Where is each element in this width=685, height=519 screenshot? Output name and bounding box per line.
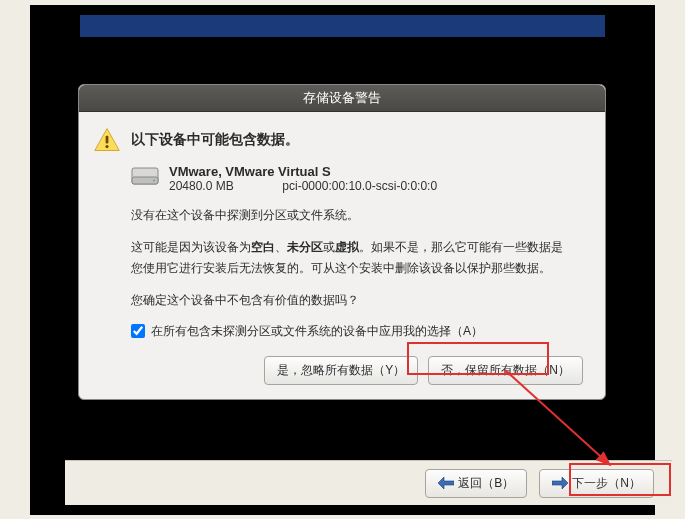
next-button[interactable]: 下一步（N） bbox=[539, 469, 654, 498]
device-path: pci-0000:00:10.0-scsi-0:0:0:0 bbox=[282, 179, 437, 193]
svg-point-4 bbox=[153, 180, 155, 182]
discard-data-button[interactable]: 是，忽略所有数据（Y） bbox=[264, 356, 418, 385]
para-explanation: 这可能是因为该设备为空白、未分区或虚拟。如果不是，那么它可能有一些数据是您使用它… bbox=[131, 237, 571, 278]
dialog-title: 存储设备警告 bbox=[79, 85, 605, 112]
next-label: 下一步（N） bbox=[572, 475, 641, 492]
device-size: 20480.0 MB bbox=[169, 179, 279, 193]
installer-banner bbox=[80, 15, 605, 37]
arrow-right-icon bbox=[552, 477, 568, 489]
keep-data-button[interactable]: 否，保留所有数据（N） bbox=[428, 356, 583, 385]
apply-all-checkbox[interactable] bbox=[131, 324, 145, 338]
device-entry: VMware, VMware Virtual S 20480.0 MB pci-… bbox=[131, 164, 587, 193]
para-confirm: 您确定这个设备中不包含有价值的数据吗？ bbox=[131, 290, 571, 310]
back-label: 返回（B） bbox=[458, 475, 514, 492]
para-not-detected: 没有在这个设备中探测到分区或文件系统。 bbox=[131, 205, 571, 225]
svg-rect-0 bbox=[106, 136, 109, 144]
wizard-nav-bar: 返回（B） 下一步（N） bbox=[65, 460, 672, 505]
device-name: VMware, VMware Virtual S bbox=[169, 164, 437, 179]
storage-warning-dialog: 存储设备警告 以下设备中可能包含数据。 VMware, VMware Virtu… bbox=[78, 84, 606, 400]
warning-icon bbox=[93, 126, 121, 154]
svg-point-1 bbox=[105, 145, 108, 148]
dialog-heading: 以下设备中可能包含数据。 bbox=[131, 131, 299, 149]
arrow-left-icon bbox=[438, 477, 454, 489]
back-button[interactable]: 返回（B） bbox=[425, 469, 527, 498]
hard-disk-icon bbox=[131, 166, 159, 186]
apply-all-label: 在所有包含未探测分区或文件系统的设备中应用我的选择（A） bbox=[151, 323, 483, 340]
